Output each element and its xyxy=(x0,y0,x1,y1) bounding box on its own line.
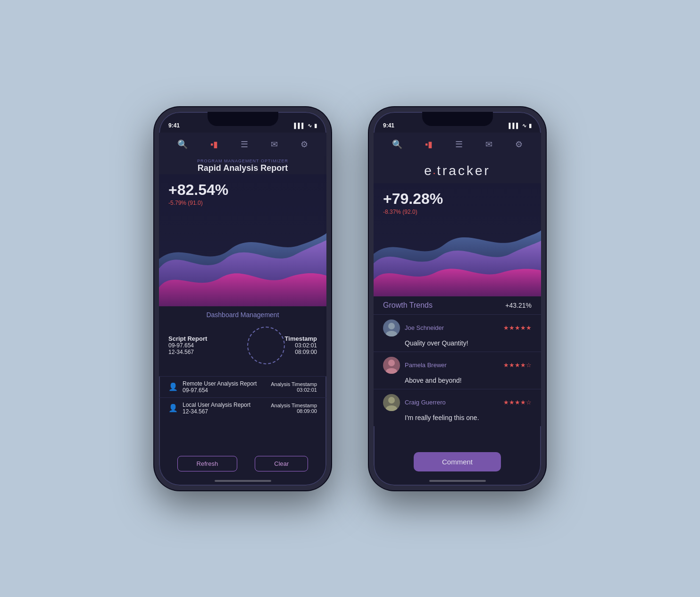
avatar-craig xyxy=(383,394,400,411)
bottom-buttons: Refresh Clear xyxy=(159,456,326,471)
user-icon-remote: 👤 xyxy=(168,382,178,391)
avatar-pamela xyxy=(383,357,400,374)
report-right: Timestamp 03:02:01 08:09:00 xyxy=(285,335,317,355)
chart-area: +82.54% -5.79% (91.0) xyxy=(159,174,326,306)
signal-icon-r: ▌▌▌ xyxy=(509,123,520,128)
battery-icon-r: ▮ xyxy=(529,123,532,129)
reviewer-row-0: Joe Schneider ★★★★★ xyxy=(383,320,532,336)
review-item-2: Craig Guerrero ★★★★☆ I'm really feeling … xyxy=(374,389,541,426)
search-icon[interactable]: 🔍 xyxy=(177,139,188,150)
app-title-area: Program Management Optimizer Rapid Analy… xyxy=(159,156,326,174)
local-value: 12-34.567 xyxy=(183,408,271,415)
battery-icon: ▮ xyxy=(314,123,317,129)
review-text-0: Quality over Quantity! xyxy=(383,339,532,347)
settings-icon[interactable]: ⚙ xyxy=(300,139,308,150)
local-timestamp: Analysis Timestamp 08:09:00 xyxy=(271,403,317,414)
dashboard-section: Dashboard Management Script Report 09-97… xyxy=(159,306,326,376)
reviewer-name-2: Craig Guerrero xyxy=(405,399,503,406)
chart-icon-r[interactable]: ▪▮ xyxy=(425,139,433,150)
screen-left: Program Management Optimizer Rapid Analy… xyxy=(159,156,326,486)
notch xyxy=(208,112,278,126)
app-title: Rapid Analysis Report xyxy=(159,163,326,173)
wifi-icon: ∿ xyxy=(308,123,312,129)
clear-button[interactable]: Clear xyxy=(255,456,308,471)
phone-left: 9:41 ▌▌▌ ∿ ▮ 🔍 ▪▮ ☰ ✉ ⚙ Program Manageme… xyxy=(154,107,331,490)
status-icons-right: ▌▌▌ ∿ ▮ xyxy=(509,123,532,129)
growth-title: Growth Trends xyxy=(383,301,433,310)
nav-bar-right: 🔍 ▪▮ ☰ ✉ ⚙ xyxy=(374,133,541,156)
mail-icon[interactable]: ✉ xyxy=(271,139,278,150)
review-item-0: Joe Schneider ★★★★★ Quality over Quantit… xyxy=(374,314,541,352)
user-row-remote: 👤 Remote User Analysis Report 09-97.654 … xyxy=(159,376,326,397)
circle-chart xyxy=(247,327,285,364)
growth-percent: +43.21% xyxy=(505,302,532,309)
local-ts-label: Analysis Timestamp xyxy=(271,403,317,408)
timestamp-value1: 03:02:01 xyxy=(285,342,317,349)
user-icon-local: 👤 xyxy=(168,404,178,412)
local-label: Local User Analysis Report xyxy=(183,402,271,408)
volume-down-btn[interactable] xyxy=(154,204,156,218)
remote-timestamp: Analysis Timestamp 03:02:01 xyxy=(271,381,317,393)
script-value2: 12-34.567 xyxy=(168,349,247,355)
script-value1: 09-97.654 xyxy=(168,342,247,349)
mail-icon-r[interactable]: ✉ xyxy=(485,139,492,150)
settings-icon-r[interactable]: ⚙ xyxy=(515,139,523,150)
user-info-local: Local User Analysis Report 12-34.567 xyxy=(183,402,271,415)
svg-point-5 xyxy=(386,405,397,411)
comment-button[interactable]: Comment xyxy=(414,452,501,471)
power-btn-r[interactable] xyxy=(544,192,546,220)
volume-down-btn-r[interactable] xyxy=(369,204,370,218)
wifi-icon-r: ∿ xyxy=(522,123,526,129)
review-text-1: Above and beyond! xyxy=(383,377,532,384)
local-ts-value: 08:09:00 xyxy=(271,408,317,414)
search-icon-r[interactable]: 🔍 xyxy=(392,139,402,150)
circle-container xyxy=(247,327,285,364)
timestamp-label: Timestamp xyxy=(285,335,317,342)
reviewer-name-0: Joe Schneider xyxy=(405,324,503,331)
dashboard-title: Dashboard Management xyxy=(168,311,317,319)
big-percent: +82.54% xyxy=(168,181,228,199)
big-percent-right: +79.28% xyxy=(383,190,443,208)
list-icon-r[interactable]: ☰ xyxy=(455,139,463,150)
power-btn[interactable] xyxy=(330,192,331,220)
remote-ts-label: Analysis Timestamp xyxy=(271,381,317,387)
growth-header: Growth Trends +43.21% xyxy=(374,296,541,314)
reviewer-row-1: Pamela Brewer ★★★★☆ xyxy=(383,357,532,374)
remote-label: Remote User Analysis Report xyxy=(183,380,271,387)
screen-right: e•tracker +79.28% -8.37% (92.0) xyxy=(374,156,541,486)
report-left: Script Report 09-97.654 12-34.567 xyxy=(168,335,247,355)
stats-overlay-right: +79.28% -8.37% (92.0) xyxy=(383,190,443,215)
list-icon[interactable]: ☰ xyxy=(241,139,248,150)
app-subtitle: Program Management Optimizer xyxy=(159,159,326,163)
refresh-button[interactable]: Refresh xyxy=(177,456,238,471)
svg-point-0 xyxy=(388,323,395,329)
chart-area-right: +79.28% -8.37% (92.0) xyxy=(374,183,541,296)
chart-icon[interactable]: ▪▮ xyxy=(210,139,218,150)
phone-right: 9:41 ▌▌▌ ∿ ▮ 🔍 ▪▮ ☰ ✉ ⚙ e•tracker +79.28… xyxy=(369,107,546,490)
stars-0: ★★★★★ xyxy=(503,324,532,331)
volume-up-btn-r[interactable] xyxy=(369,183,370,197)
home-indicator-right xyxy=(429,480,486,482)
stars-1: ★★★★☆ xyxy=(503,362,532,369)
growth-section: Growth Trends +43.21% Joe Schneider ★★★★… xyxy=(374,296,541,426)
home-indicator-left xyxy=(215,480,271,482)
logo-dot: • xyxy=(433,171,437,176)
review-text-2: I'm really feeling this one. xyxy=(383,414,532,421)
etracker-header: e•tracker xyxy=(374,156,541,183)
svg-point-4 xyxy=(388,397,395,404)
svg-point-2 xyxy=(388,360,395,366)
stars-2: ★★★★☆ xyxy=(503,399,532,406)
sub-stats: -5.79% (91.0) xyxy=(168,200,228,206)
remote-value: 09-97.654 xyxy=(183,387,271,394)
svg-point-3 xyxy=(386,368,397,374)
review-item-1: Pamela Brewer ★★★★☆ Above and beyond! xyxy=(374,352,541,389)
volume-up-btn[interactable] xyxy=(154,183,156,197)
user-row-local: 👤 Local User Analysis Report 12-34.567 A… xyxy=(159,397,326,419)
user-info-remote: Remote User Analysis Report 09-97.654 xyxy=(183,380,271,394)
sub-stats-right: -8.37% (92.0) xyxy=(383,209,443,215)
status-icons: ▌▌▌ ∿ ▮ xyxy=(294,123,317,129)
comment-btn-area: Comment xyxy=(374,452,541,471)
script-label: Script Report xyxy=(168,335,247,342)
svg-point-1 xyxy=(386,331,397,336)
nav-bar: 🔍 ▪▮ ☰ ✉ ⚙ xyxy=(159,133,326,156)
